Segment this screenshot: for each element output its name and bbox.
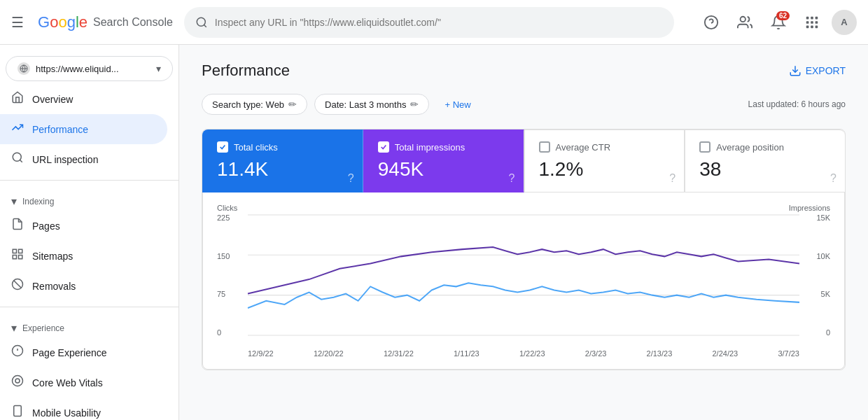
metric-value: 1.2%: [539, 158, 671, 181]
main-layout: https://www.eliquid... ▾ Overview Perfor…: [0, 45, 868, 420]
help-button[interactable]: [697, 8, 725, 36]
search-type-label: Search type: Web: [212, 99, 284, 110]
sidebar-item-label: URL inspection: [32, 154, 98, 165]
svg-rect-6: [811, 16, 813, 19]
pages-icon: [11, 218, 24, 234]
apps-button[interactable]: [798, 8, 826, 36]
sidebar-item-label: Performance: [32, 124, 88, 135]
users-icon: [737, 15, 752, 30]
mobile-icon: [11, 405, 24, 420]
search-type-filter[interactable]: Search type: Web ✏: [202, 94, 307, 115]
sidebar-item-core-web-vitals[interactable]: Core Web Vitals: [0, 368, 167, 398]
impressions-checkbox[interactable]: [378, 141, 389, 153]
metric-card-total-impressions[interactable]: Total impressions 945K ?: [363, 130, 524, 192]
sidebar-item-label: Overview: [32, 94, 73, 105]
header-icons: 62 A: [697, 8, 857, 36]
metric-label: Average CTR: [556, 142, 611, 153]
help-icon-3[interactable]: ?: [669, 172, 676, 185]
metric-card-total-clicks[interactable]: Total clicks 11.4K ?: [202, 130, 363, 192]
svg-point-4: [741, 16, 746, 21]
search-input[interactable]: [215, 17, 663, 28]
experience-section-header[interactable]: ▾ Experience: [0, 313, 178, 337]
chart-container: Clicks Impressions 225 150 75 0 15K 10K: [202, 192, 845, 370]
page-title: Performance: [202, 62, 290, 80]
section-label: Indexing: [22, 197, 54, 206]
users-button[interactable]: [731, 8, 759, 36]
chevron-down-icon: ▾: [11, 195, 17, 208]
ctr-checkbox[interactable]: [539, 141, 550, 153]
apps-icon: [804, 15, 820, 30]
download-icon: [789, 64, 802, 77]
svg-point-27: [13, 376, 23, 386]
svg-rect-11: [806, 25, 809, 28]
metric-value: 38: [699, 158, 831, 181]
svg-rect-7: [816, 16, 818, 19]
chart-svg: [248, 215, 799, 337]
sidebar-item-sitemaps[interactable]: Sitemaps: [0, 241, 167, 271]
metric-label: Average position: [716, 142, 784, 153]
chart-x-labels: 12/9/22 12/20/22 12/31/22 1/11/23 1/22/2…: [248, 349, 799, 358]
core-web-vitals-icon: [11, 374, 24, 391]
export-label: EXPORT: [806, 65, 846, 76]
help-icon[interactable]: ?: [348, 172, 354, 185]
svg-rect-10: [816, 21, 818, 24]
logo: Google Search Console: [38, 13, 173, 31]
sitemaps-icon: [11, 248, 24, 264]
sidebar-item-overview[interactable]: Overview: [0, 84, 167, 114]
date-filter[interactable]: Date: Last 3 months ✏: [314, 94, 429, 115]
chart-left-title: Clicks: [217, 204, 237, 212]
header: ☰ Google Search Console 62 A: [0, 0, 868, 45]
metric-card-avg-position[interactable]: Average position 38 ?: [685, 130, 845, 192]
performance-icon: [11, 121, 24, 137]
metric-value: 945K: [378, 158, 510, 181]
metric-cards: Total clicks 11.4K ? Total impressions 9…: [202, 130, 845, 192]
site-selector[interactable]: https://www.eliquid... ▾: [6, 56, 173, 81]
svg-line-23: [14, 281, 22, 288]
clicks-checkbox[interactable]: [217, 141, 228, 153]
content-area: Performance EXPORT Search type: Web ✏ Da…: [179, 45, 868, 420]
sidebar-item-pages[interactable]: Pages: [0, 211, 167, 241]
site-icon: [18, 62, 30, 75]
nav-divider-2: [0, 307, 178, 307]
site-url: https://www.eliquid...: [36, 64, 150, 74]
position-checkbox[interactable]: [699, 141, 710, 153]
export-button[interactable]: EXPORT: [789, 64, 846, 77]
svg-rect-5: [806, 16, 809, 19]
search-icon: [195, 16, 208, 29]
sidebar-item-page-experience[interactable]: Page Experience: [0, 337, 167, 368]
account-button[interactable]: A: [832, 10, 857, 35]
content-header: Performance EXPORT: [202, 62, 846, 80]
menu-icon[interactable]: ☰: [11, 14, 24, 31]
notifications-button[interactable]: 62: [764, 8, 792, 36]
svg-point-28: [15, 379, 20, 383]
sidebar-item-label: Pages: [32, 220, 60, 232]
new-filter-button[interactable]: + New: [436, 95, 479, 114]
svg-rect-8: [806, 21, 809, 24]
svg-point-0: [197, 18, 205, 26]
svg-rect-12: [811, 25, 813, 28]
chart-y-labels-right: 15K 10K 5K 0: [802, 214, 830, 337]
help-icon-2[interactable]: ?: [509, 172, 515, 185]
notification-badge: 62: [776, 11, 790, 20]
help-icon-4[interactable]: ?: [830, 172, 836, 185]
sidebar-item-removals[interactable]: Removals: [0, 271, 167, 301]
chart-right-title: Impressions: [789, 204, 830, 212]
search-bar[interactable]: [184, 7, 674, 38]
sidebar-item-label: Sitemaps: [32, 251, 73, 262]
metric-card-avg-ctr[interactable]: Average CTR 1.2% ?: [524, 130, 685, 192]
svg-rect-19: [19, 249, 22, 253]
sidebar-item-url-inspection[interactable]: URL inspection: [0, 144, 167, 174]
nav-divider: [0, 180, 178, 181]
sidebar-item-label: Core Web Vitals: [32, 377, 103, 388]
indexing-section-header[interactable]: ▾ Indexing: [0, 186, 178, 211]
sidebar-item-label: Mobile Usability: [32, 407, 101, 419]
svg-rect-13: [816, 25, 818, 28]
home-icon: [11, 91, 24, 107]
sidebar-item-performance[interactable]: Performance: [0, 114, 167, 144]
date-label: Date: Last 3 months: [325, 99, 406, 110]
sidebar-item-mobile-usability[interactable]: Mobile Usability: [0, 398, 167, 420]
svg-line-17: [20, 160, 22, 162]
chevron-down-icon-2: ▾: [11, 321, 17, 335]
help-icon: [704, 15, 719, 30]
svg-rect-9: [811, 21, 813, 24]
